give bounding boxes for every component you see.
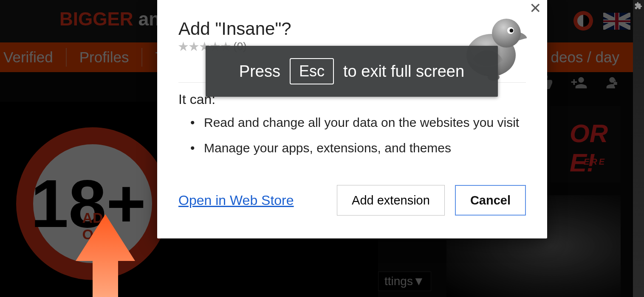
exit-fullscreen-toast: Press Esc to exit full screen xyxy=(206,46,498,97)
svg-point-2 xyxy=(492,19,521,48)
esc-suffix: to exit full screen xyxy=(343,62,464,81)
puzzle-icon xyxy=(634,2,643,10)
dialog-title: Add "Insane"? xyxy=(178,19,291,39)
svg-point-4 xyxy=(510,29,514,33)
esc-prefix: Press xyxy=(239,62,280,81)
window-right-strip xyxy=(633,0,644,297)
add-extension-button[interactable]: Add extension xyxy=(337,185,445,216)
add-extension-dialog: ✕ Add "Insane"? ★★★★★ (0) It can: Read a… xyxy=(157,0,547,238)
open-web-store-link[interactable]: Open in Web Store xyxy=(178,193,294,208)
permission-item: Read and change all your data on the web… xyxy=(190,115,519,130)
dialog-actions: Open in Web Store Add extension Cancel xyxy=(178,185,526,216)
cancel-button[interactable]: Cancel xyxy=(455,185,526,216)
svg-marker-0 xyxy=(76,214,135,297)
permission-item: Manage your apps, extensions, and themes xyxy=(190,141,519,155)
orange-arrow-indicator xyxy=(76,214,135,297)
close-icon[interactable]: ✕ xyxy=(529,1,541,15)
permissions-list: Read and change all your data on the web… xyxy=(190,115,519,166)
esc-key: Esc xyxy=(290,58,334,84)
